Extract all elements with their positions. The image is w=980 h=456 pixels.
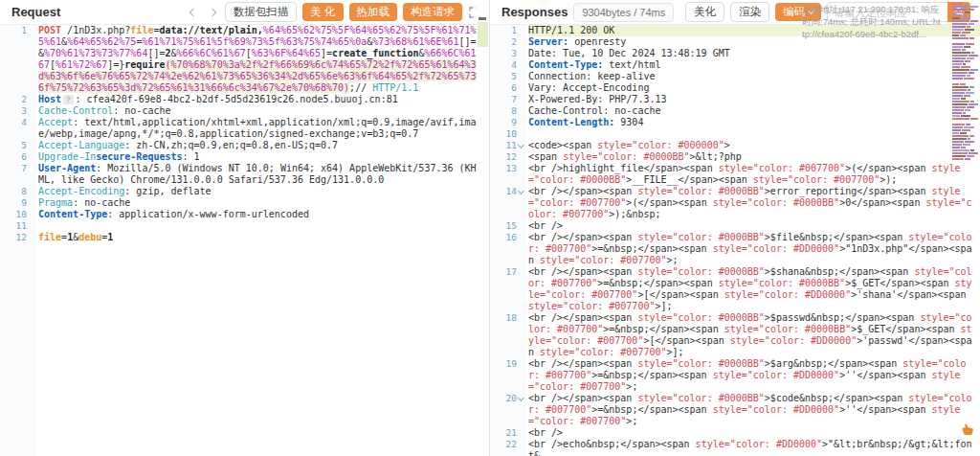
render-response-button[interactable]: 渲染: [730, 2, 769, 23]
code-token: style="color: #0000BB": [637, 358, 764, 369]
hot-reload-button[interactable]: 热加载: [349, 3, 398, 22]
response-editor[interactable]: 1HTTP/1.1 200 OK2Server: openresty3Date:…: [490, 25, 980, 456]
code-line-text: <br /></span><span style="color: #0000BB…: [528, 266, 980, 312]
next-request-button[interactable]: [206, 6, 219, 19]
code-token: X-Powered-By: PHP/7.3.13: [528, 94, 667, 104]
code-token: %73%68%61%6E%61: [372, 36, 458, 47]
code-line: 15<br />: [490, 220, 980, 232]
minimap-row: [952, 29, 978, 31]
line-number: 12: [16, 232, 27, 243]
build-request-button[interactable]: 构造请求: [403, 3, 462, 22]
minimap-row: [952, 106, 978, 108]
code-line-text: <br />echo&nbsp;</span><span style="colo…: [528, 439, 980, 456]
code-token: %63%6F%64%65: [252, 48, 321, 58]
scroll-hand-icon[interactable]: [961, 423, 974, 441]
line-gutter: 3: [0, 105, 38, 117]
line-gutter: 6: [0, 151, 38, 163]
line-gutter: 8: [0, 186, 38, 197]
minimap-row: [952, 57, 978, 59]
beautify-request-button[interactable]: 美 化: [302, 3, 343, 22]
line-gutter: 9: [0, 197, 38, 209]
minimap-row: [952, 129, 978, 131]
line-gutter: 11: [490, 140, 528, 151]
line-number: 10: [16, 209, 27, 220]
code-token: HTTP/1.1 200 OK: [528, 25, 614, 35]
minimap-row: [952, 60, 978, 62]
code-line: 8Accept-Encoding: gzip, deflate: [0, 186, 489, 197]
code-token: : zh-CN,zh;q=0.9,en;q=0.8,en-US;q=0.7: [124, 140, 338, 150]
line-gutter: 21: [490, 427, 528, 439]
code-token: >=&nbsp;</span><span: [597, 278, 718, 288]
code-token: Content-Type:: [528, 59, 609, 70]
line-gutter: 12: [490, 151, 528, 163]
code-token: >);&nbsp;: [609, 209, 660, 219]
code-token: %64%65%62%75: [67, 36, 136, 47]
code-line: 13<br />highlight_file</span><span style…: [490, 163, 980, 186]
code-token: style="color: #DD0000": [713, 243, 839, 254]
code-token: ;//: [349, 82, 367, 93]
code-token: style="color: #0000BB": [637, 266, 764, 277]
line-number: 17: [506, 266, 517, 312]
code-token: text/html: [609, 59, 660, 70]
minimap-row: [952, 149, 978, 151]
line-number: 10: [506, 128, 517, 140]
minimap-row: [952, 121, 978, 123]
code-token: data://text/plain,: [159, 25, 262, 35]
request-overview-rail[interactable]: [477, 0, 489, 456]
minimap-row: [952, 95, 978, 97]
http-repeater-app: Request 数据包扫描 美 化 热加载 构造请求 1POST /1nD3x.…: [0, 0, 980, 456]
fold-chevron-icon[interactable]: [518, 188, 524, 194]
code-token: style="color: #007700": [540, 347, 666, 357]
line-number: 12: [506, 151, 517, 163]
code-token: style="color: #DD0000": [713, 404, 839, 415]
minimap-row: [952, 83, 978, 85]
line-gutter: 5: [490, 71, 528, 82]
line-gutter: 18: [490, 312, 528, 358]
code-line: 17<br /></span><span style="color: #0000…: [490, 266, 980, 312]
minimap-row: [952, 14, 978, 16]
line-number: 3: [511, 48, 517, 59]
code-line: 1POST /1nD3x.php?file=data://text/plain,…: [0, 25, 489, 94]
code-line-text: <br /></span><span style="color: #0000BB…: [528, 358, 980, 393]
minimap-row: [952, 9, 978, 11]
code-line-text: <br />: [528, 427, 980, 439]
code-token: style="color: #0000BB": [637, 312, 764, 323]
minimap-row: [952, 80, 978, 82]
request-editor[interactable]: 1POST /1nD3x.php?file=data://text/plain,…: [0, 25, 489, 456]
line-number: 5: [511, 71, 517, 82]
packet-scan-button[interactable]: 数据包扫描: [225, 2, 298, 23]
code-token: Cache-Control: no-cache: [528, 105, 660, 116]
code-line: 10Content-Type: application/x-www-form-u…: [0, 209, 489, 220]
code-token: /1nD3x.php?: [67, 25, 130, 35]
response-title: Responses: [501, 5, 568, 19]
code-minimap[interactable]: [952, 3, 978, 161]
line-number: 4: [21, 117, 27, 140]
request-header: Request 数据包扫描 美 化 热加载 构造请求: [0, 0, 489, 25]
code-token: <br /></span><span: [528, 393, 637, 403]
code-token: %61%71%75%61%5f%69%73%5f%63%75%74%65%0a: [142, 36, 367, 47]
line-gutter: 5: [0, 140, 38, 151]
fold-chevron-icon[interactable]: [518, 142, 524, 148]
prev-request-button[interactable]: [187, 6, 200, 19]
code-line-text: Vary: Accept-Encoding: [528, 82, 980, 94]
code-line: 3Cache-Control: no-cache: [0, 105, 489, 117]
fold-chevron-icon[interactable]: [518, 395, 524, 401]
line-number: 8: [511, 105, 517, 117]
minimap-row: [952, 152, 978, 154]
request-panel: Request 数据包扫描 美 化 热加载 构造请求 1POST /1nD3x.…: [0, 0, 489, 456]
code-line: 22<br />echo&nbsp;</span><span style="co…: [490, 439, 980, 456]
code-token: POST: [38, 25, 67, 35]
code-line-text: Host?: cfea420f-69e8-4bc2-b2df-5d5d23619…: [38, 94, 489, 105]
code-token: >error_reporting</span><span: [765, 186, 932, 196]
line-gutter: 2: [490, 36, 528, 48]
line-gutter: 10: [0, 209, 38, 220]
code-line-text: Pragma: no-cache: [38, 197, 489, 209]
line-number: 7: [21, 163, 27, 186]
code-line: 4Accept: text/html,application/xhtml+xml…: [0, 117, 489, 140]
code-line: 2Host?: cfea420f-69e8-4bc2-b2df-5d5d2361…: [0, 94, 489, 105]
line-number: 1: [21, 25, 27, 94]
meta-line: tp://cfea420f-69e8-4bc2-b2df...: [802, 28, 946, 40]
code-token: >=&nbsp;</span><span: [591, 370, 712, 380]
beautify-response-button[interactable]: 美化: [685, 2, 724, 23]
code-token: Server:: [528, 36, 574, 47]
